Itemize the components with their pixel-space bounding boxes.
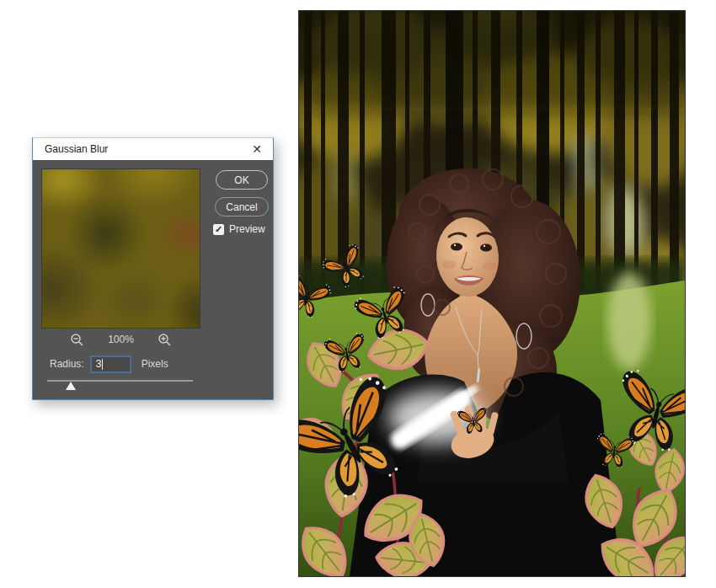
preview-label: Preview (229, 223, 265, 235)
radius-value: 3 (96, 358, 102, 370)
zoom-level: 100% (108, 334, 134, 345)
blur-preview-thumbnail[interactable] (41, 168, 200, 329)
radius-input[interactable]: 3 (90, 355, 131, 373)
dialog-title: Gaussian Blur (45, 143, 248, 155)
photo-svg (299, 11, 685, 576)
radius-unit: Pixels (142, 358, 168, 370)
close-icon[interactable]: ✕ (248, 142, 265, 157)
blurred-forest-preview (41, 168, 200, 329)
zoom-in-icon[interactable] (158, 333, 172, 347)
radius-label: Radius: (50, 358, 84, 370)
zoom-out-icon[interactable] (70, 333, 84, 347)
radius-slider[interactable] (47, 377, 193, 391)
dialog-titlebar[interactable]: Gaussian Blur ✕ (33, 138, 273, 160)
check-mark: ✓ (215, 225, 222, 234)
radius-slider-thumb[interactable] (66, 382, 76, 390)
ok-button[interactable]: OK (216, 170, 268, 190)
document-canvas[interactable] (298, 10, 686, 577)
cancel-button[interactable]: Cancel (215, 197, 269, 216)
preview-checkbox[interactable]: ✓ Preview (213, 223, 265, 235)
checkbox-checked-icon[interactable]: ✓ (213, 224, 224, 235)
text-caret (102, 359, 103, 370)
gaussian-blur-dialog: Gaussian Blur ✕ 100% (32, 137, 274, 400)
